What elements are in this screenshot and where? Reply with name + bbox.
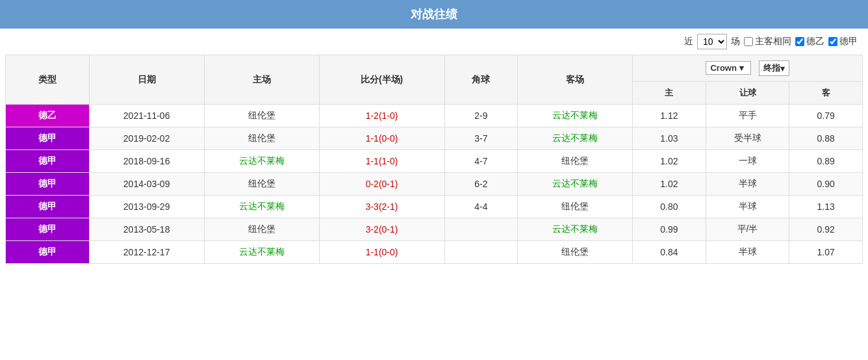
dejia-checkbox[interactable] — [828, 37, 837, 46]
cell-away: 云达不莱梅 — [518, 218, 633, 241]
cell-handicap: 半球 — [706, 241, 789, 264]
cell-main-odds: 0.99 — [633, 218, 706, 241]
table-wrapper: 类型 日期 主场 比分(半场) 角球 客场 — [0, 55, 868, 269]
cell-date: 2014-03-09 — [89, 173, 204, 196]
recent-label: 近 — [684, 36, 693, 47]
cell-type: 德甲 — [6, 173, 90, 196]
cell-type: 德甲 — [6, 218, 90, 241]
table-row: 德甲2012-12-17云达不莱梅1-1(0-0)纽伦堡0.84半球1.07 — [6, 241, 863, 264]
cell-date: 2013-05-18 — [89, 218, 204, 241]
cell-home: 云达不莱梅 — [204, 150, 319, 173]
cell-score: 3-2(0-1) — [319, 218, 444, 241]
dejia-label[interactable]: 德甲 — [828, 36, 858, 47]
cell-score: 1-1(0-0) — [319, 127, 444, 150]
th-date: 日期 — [89, 55, 204, 105]
match-table: 类型 日期 主场 比分(半场) 角球 客场 — [5, 55, 863, 264]
cell-away: 云达不莱梅 — [518, 173, 633, 196]
cell-home: 云达不莱梅 — [204, 241, 319, 264]
th-type: 类型 — [6, 55, 90, 105]
cell-type: 德甲 — [6, 127, 90, 150]
th-corner: 角球 — [444, 55, 518, 105]
cell-corner: 4-7 — [444, 150, 518, 173]
th-handicap: 让球 — [706, 82, 789, 105]
page-title: 对战往绩 — [0, 0, 868, 29]
cell-score: 0-2(0-1) — [319, 173, 444, 196]
cell-main-odds: 1.12 — [633, 105, 706, 127]
th-home: 主场 — [204, 55, 319, 105]
table-row: 德甲2014-03-09纽伦堡0-2(0-1)6-2云达不莱梅1.02半球0.9… — [6, 173, 863, 196]
th-away: 客场 — [518, 55, 633, 105]
cell-score: 1-2(1-0) — [319, 105, 444, 127]
th-score: 比分(半场) — [319, 55, 444, 105]
cell-away: 纽伦堡 — [518, 241, 633, 264]
cell-home: 纽伦堡 — [204, 105, 319, 127]
home-away-same-label[interactable]: 主客相同 — [744, 36, 791, 47]
cell-date: 2019-02-02 — [89, 127, 204, 150]
zjz-chevron-icon: ▾ — [780, 64, 785, 73]
cell-home: 纽伦堡 — [204, 127, 319, 150]
crown-dropdown[interactable]: Crown ▾ — [706, 61, 750, 75]
cell-score: 3-3(2-1) — [319, 196, 444, 218]
cell-handicap: 平/半 — [706, 218, 789, 241]
crown-chevron-icon: ▾ — [739, 63, 744, 73]
cell-home: 纽伦堡 — [204, 173, 319, 196]
cell-type: 德甲 — [6, 196, 90, 218]
cell-date: 2021-11-06 — [89, 105, 204, 127]
cell-score: 1-1(0-0) — [319, 241, 444, 264]
cell-date: 2012-12-17 — [89, 241, 204, 264]
filter-bar: 近 10 5 15 20 场 主客相同 德乙 德甲 — [0, 29, 868, 55]
cell-main-odds: 0.80 — [633, 196, 706, 218]
cell-away: 纽伦堡 — [518, 196, 633, 218]
cell-handicap: 平手 — [706, 105, 789, 127]
cell-type: 德甲 — [6, 241, 90, 264]
table-row: 德甲2019-02-02纽伦堡1-1(0-0)3-7云达不莱梅1.03受半球0.… — [6, 127, 863, 150]
cell-guest-odds: 0.90 — [789, 173, 863, 196]
cell-handicap: 一球 — [706, 150, 789, 173]
unit-label: 场 — [731, 36, 740, 47]
count-select[interactable]: 10 5 15 20 — [697, 34, 727, 49]
cell-corner: 2-9 — [444, 105, 518, 127]
th-main: 主 — [633, 82, 706, 105]
cell-away: 云达不莱梅 — [518, 105, 633, 127]
deyi-label[interactable]: 德乙 — [795, 36, 824, 47]
cell-home: 云达不莱梅 — [204, 196, 319, 218]
cell-main-odds: 1.02 — [633, 150, 706, 173]
cell-date: 2013-09-29 — [89, 196, 204, 218]
cell-type: 德乙 — [6, 105, 90, 127]
cell-guest-odds: 0.92 — [789, 218, 863, 241]
cell-corner — [444, 241, 518, 264]
cell-guest-odds: 0.79 — [789, 105, 863, 127]
cell-handicap: 半球 — [706, 196, 789, 218]
cell-corner: 3-7 — [444, 127, 518, 150]
table-row: 德甲2013-09-29云达不莱梅3-3(2-1)4-4纽伦堡0.80半球1.1… — [6, 196, 863, 218]
cell-guest-odds: 1.07 — [789, 241, 863, 264]
cell-away: 云达不莱梅 — [518, 127, 633, 150]
cell-away: 纽伦堡 — [518, 150, 633, 173]
home-away-same-checkbox[interactable] — [744, 37, 753, 46]
cell-corner: 6-2 — [444, 173, 518, 196]
table-row: 德甲2013-05-18纽伦堡3-2(0-1)云达不莱梅0.99平/半0.92 — [6, 218, 863, 241]
cell-guest-odds: 0.89 — [789, 150, 863, 173]
cell-corner: 4-4 — [444, 196, 518, 218]
zjz-dropdown[interactable]: 终指 ▾ — [759, 60, 789, 76]
cell-score: 1-1(1-0) — [319, 150, 444, 173]
cell-corner — [444, 218, 518, 241]
cell-guest-odds: 0.88 — [789, 127, 863, 150]
cell-handicap: 受半球 — [706, 127, 789, 150]
th-guest: 客 — [789, 82, 863, 105]
cell-main-odds: 1.03 — [633, 127, 706, 150]
cell-guest-odds: 1.13 — [789, 196, 863, 218]
cell-home: 纽伦堡 — [204, 218, 319, 241]
table-row: 德乙2021-11-06纽伦堡1-2(1-0)2-9云达不莱梅1.12平手0.7… — [6, 105, 863, 127]
cell-type: 德甲 — [6, 150, 90, 173]
cell-main-odds: 1.02 — [633, 173, 706, 196]
table-row: 德甲2018-09-16云达不莱梅1-1(1-0)4-7纽伦堡1.02一球0.8… — [6, 150, 863, 173]
cell-main-odds: 0.84 — [633, 241, 706, 264]
deyi-checkbox[interactable] — [795, 37, 804, 46]
th-crown-group: Crown ▾ 终指 ▾ — [633, 55, 863, 82]
cell-date: 2018-09-16 — [89, 150, 204, 173]
cell-handicap: 半球 — [706, 173, 789, 196]
